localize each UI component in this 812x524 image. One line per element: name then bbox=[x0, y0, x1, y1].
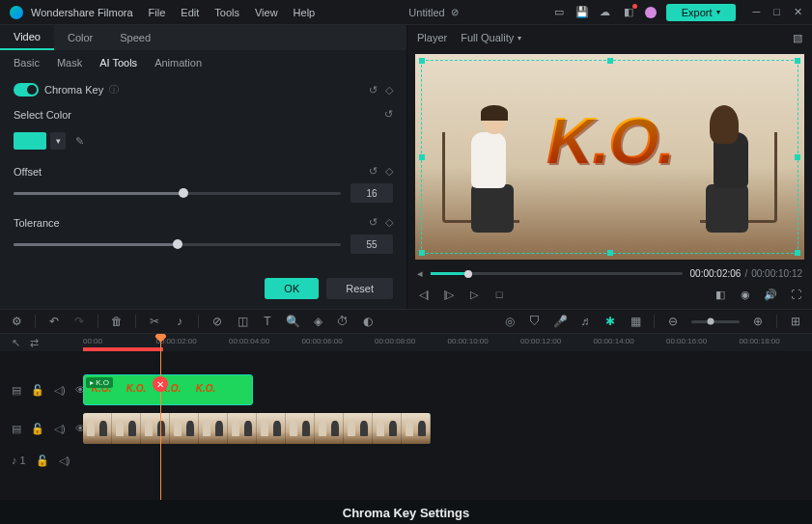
volume-icon[interactable]: 🔊 bbox=[764, 288, 777, 301]
settings-icon[interactable]: ⚙ bbox=[10, 315, 23, 328]
track-collapse-icon[interactable]: ▤ bbox=[12, 423, 21, 435]
text-icon[interactable]: T bbox=[261, 315, 274, 328]
ruler-selection bbox=[83, 347, 812, 351]
player-panel: Player Full Quality ▾ ▧ bbox=[407, 25, 812, 309]
menu-view[interactable]: View bbox=[255, 7, 278, 18]
clip-video[interactable] bbox=[83, 413, 431, 444]
reset-icon[interactable]: ↺ bbox=[369, 84, 378, 97]
subtab-mask[interactable]: Mask bbox=[57, 57, 82, 69]
marker-tool-icon[interactable]: ◎ bbox=[503, 315, 517, 328]
player-header: Player Full Quality ▾ ▧ bbox=[407, 25, 812, 50]
mixer-icon[interactable]: ♬ bbox=[578, 315, 592, 328]
pointer-tool-icon[interactable]: ↖ bbox=[12, 337, 20, 349]
step-back-button[interactable]: |▷ bbox=[442, 288, 456, 301]
color-tool-icon[interactable]: ◐ bbox=[361, 315, 375, 328]
fit-icon[interactable]: ⊞ bbox=[789, 315, 802, 328]
notification-icon[interactable]: ◧ bbox=[622, 6, 635, 19]
play-button[interactable]: ▷ bbox=[467, 288, 481, 301]
subtab-animation[interactable]: Animation bbox=[154, 57, 202, 69]
delete-icon[interactable]: 🗑 bbox=[110, 315, 124, 328]
chroma-color-swatch[interactable] bbox=[14, 132, 46, 150]
speed-icon[interactable]: ⏱ bbox=[336, 315, 350, 328]
fullscreen-icon[interactable]: ⛶ bbox=[789, 288, 802, 301]
disable-icon[interactable]: ⊘ bbox=[210, 315, 224, 328]
mic-icon[interactable]: 🎤 bbox=[553, 315, 567, 328]
player-tab[interactable]: Player bbox=[417, 32, 447, 43]
reset-icon[interactable]: ↺ bbox=[369, 165, 378, 178]
prev-frame-button[interactable]: ◁| bbox=[417, 288, 431, 301]
player-scrubber-row: ◂ 00:00:02:06 / 00:00:10:12 bbox=[407, 263, 812, 284]
select-color-label: Select Color bbox=[14, 109, 71, 121]
total-time: 00:00:10:12 bbox=[751, 268, 802, 279]
quality-selector[interactable]: Full Quality ▾ bbox=[461, 32, 521, 43]
subtab-ai-tools[interactable]: AI Tools bbox=[99, 57, 137, 69]
eyedropper-icon[interactable]: ✎ bbox=[75, 135, 84, 148]
tab-speed[interactable]: Speed bbox=[106, 25, 164, 50]
tolerance-slider[interactable] bbox=[14, 243, 341, 246]
track-audio: ♪ 1 🔓 ◁) bbox=[0, 450, 812, 471]
ok-button[interactable]: OK bbox=[265, 278, 319, 299]
clip-overlay[interactable]: ▸ K.O K.O.K.O.K.O.K.O. bbox=[83, 374, 253, 405]
zoom-slider[interactable] bbox=[691, 320, 740, 323]
menu-help[interactable]: Help bbox=[294, 7, 316, 18]
track-mute-icon[interactable]: ◁) bbox=[54, 384, 66, 397]
account-icon[interactable] bbox=[645, 7, 657, 18]
zoom-out-icon[interactable]: ⊖ bbox=[666, 315, 680, 328]
document-title-area: Untitled ⊘ bbox=[322, 7, 545, 18]
track-lock-icon[interactable]: 🔓 bbox=[31, 423, 44, 435]
zoom-in-icon[interactable]: ⊕ bbox=[751, 315, 765, 328]
subtab-basic[interactable]: Basic bbox=[14, 57, 40, 69]
snapshot-icon[interactable]: ▧ bbox=[793, 32, 802, 44]
crop-icon[interactable]: ◫ bbox=[236, 315, 249, 328]
link-icon[interactable]: ▦ bbox=[629, 315, 642, 328]
marker-icon[interactable]: ◧ bbox=[714, 288, 727, 301]
keyframe-icon[interactable]: ◇ bbox=[385, 216, 393, 229]
reset-button[interactable]: Reset bbox=[326, 278, 393, 299]
tab-video[interactable]: Video bbox=[0, 25, 54, 50]
track-mute-icon[interactable]: ◁) bbox=[54, 423, 66, 435]
close-button[interactable]: ✕ bbox=[794, 6, 802, 18]
save-icon[interactable]: 💾 bbox=[575, 6, 589, 19]
camera-icon[interactable]: ◉ bbox=[739, 288, 752, 301]
playhead[interactable] bbox=[160, 334, 161, 500]
cloud-icon[interactable]: ☁ bbox=[599, 6, 612, 19]
keyframe-icon[interactable]: ◇ bbox=[385, 165, 393, 178]
link-tool-icon[interactable]: ⇄ bbox=[30, 337, 39, 349]
keyframe-tool-icon[interactable]: ◈ bbox=[311, 315, 324, 328]
menu-tools[interactable]: Tools bbox=[214, 7, 239, 18]
layout-icon[interactable]: ▭ bbox=[552, 6, 566, 19]
player-scrubber[interactable] bbox=[431, 272, 683, 275]
clip-label: ▸ K.O bbox=[86, 377, 113, 388]
color-dropdown[interactable]: ▾ bbox=[50, 132, 66, 150]
redo-icon[interactable]: ↷ bbox=[72, 315, 86, 328]
maximize-button[interactable]: □ bbox=[773, 6, 780, 18]
menu-file[interactable]: File bbox=[149, 7, 166, 18]
minimize-button[interactable]: ─ bbox=[753, 6, 761, 18]
undo-icon[interactable]: ↶ bbox=[47, 315, 61, 328]
chroma-key-toggle[interactable] bbox=[14, 83, 39, 97]
menu-edit[interactable]: Edit bbox=[181, 7, 199, 18]
delete-marker[interactable]: ✕ bbox=[153, 376, 168, 392]
reset-icon[interactable]: ↺ bbox=[369, 216, 378, 229]
reset-icon[interactable]: ↺ bbox=[384, 108, 393, 121]
search-icon[interactable]: 🔍 bbox=[286, 315, 299, 328]
mark-in-icon[interactable]: ◂ bbox=[417, 267, 423, 280]
stop-button[interactable]: □ bbox=[492, 288, 506, 301]
tab-color[interactable]: Color bbox=[54, 25, 106, 50]
preview-viewport[interactable]: K.O. bbox=[415, 54, 804, 260]
export-button[interactable]: Export ▾ bbox=[666, 4, 736, 21]
music-edit-icon[interactable]: ♪ bbox=[173, 315, 186, 328]
offset-value[interactable]: 16 bbox=[350, 183, 393, 203]
tolerance-value[interactable]: 55 bbox=[350, 234, 393, 254]
help-icon[interactable]: ⓘ bbox=[109, 83, 119, 97]
offset-slider[interactable] bbox=[14, 192, 341, 195]
timeline-toolbar: ⚙ ↶ ↷ 🗑 ✂ ♪ ⊘ ◫ T 🔍 ◈ ⏱ ◐ ◎ ⛉ 🎤 ♬ ✱ ▦ ⊖ … bbox=[0, 309, 812, 334]
guard-icon[interactable]: ⛉ bbox=[528, 315, 542, 328]
track-collapse-icon[interactable]: ▤ bbox=[12, 384, 21, 397]
track-lock-icon[interactable]: 🔓 bbox=[31, 384, 44, 397]
track-mute-icon[interactable]: ◁) bbox=[59, 455, 70, 467]
keyframe-icon[interactable]: ◇ bbox=[385, 84, 393, 97]
cut-icon[interactable]: ✂ bbox=[148, 315, 161, 328]
magnet-icon[interactable]: ✱ bbox=[603, 315, 617, 328]
track-lock-icon[interactable]: 🔓 bbox=[36, 455, 49, 467]
